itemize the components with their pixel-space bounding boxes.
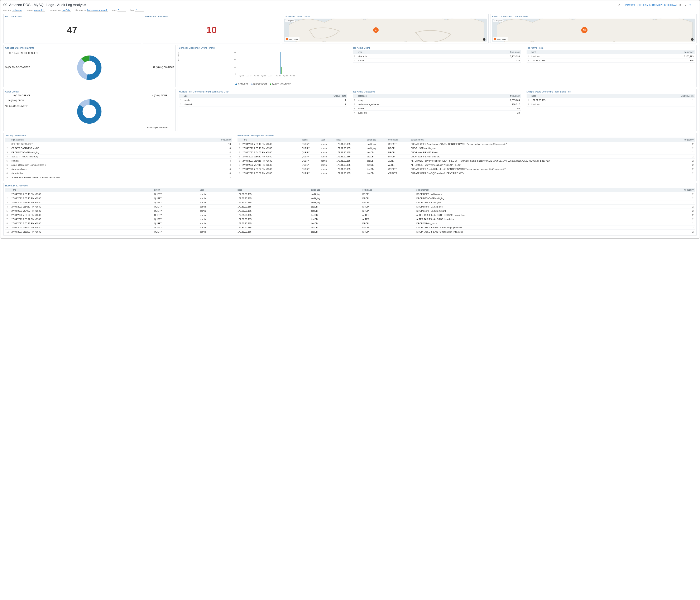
filter-host[interactable]: host*: [130, 9, 144, 12]
table-row[interactable]: 827/04/2023 7:53:37 PM +0530QUERYadmin17…: [238, 171, 695, 175]
table-multi-user: hostUniqueUsers 1172.31.90.18512localhos…: [527, 94, 695, 106]
panel-top-hosts: Top Active Hosts hostfrequency 1localhos…: [525, 45, 697, 87]
table-recent-drop: Timeactionuser hostdatabasecommand sqlSt…: [5, 188, 695, 234]
donut-label-connect: 47 (54.0%) CONNECT: [153, 66, 174, 69]
table-row[interactable]: 927/04/2023 7:53:22 PM +0530QUERYadmin17…: [5, 225, 695, 230]
table-row[interactable]: 227/04/2023 7:55:13 PM +0530QUERYadmin17…: [238, 146, 695, 150]
svg-text:Apr 22: Apr 22: [261, 75, 266, 77]
panel-title: Failed DB Connections: [145, 15, 279, 18]
panel-title: Top SQL Statements: [5, 134, 232, 137]
failed-connections-value: 10: [145, 19, 279, 42]
table-row[interactable]: 827/04/2023 7:53:22 PM +0530QUERYadmin17…: [5, 221, 695, 225]
time-range[interactable]: 16/04/2023 12:00:00 AM to 01/05/2023 12:…: [623, 4, 677, 6]
panel-title: Multiple Host Connecting To DB With Same…: [179, 90, 348, 93]
panel-title: Recent User Management Activities: [238, 134, 695, 137]
dashboard-header: 09. Amazon RDS - MySQL Logs - Audit Log …: [3, 3, 697, 7]
donut-label-disconnect: 30 (34.5%) DISCONNECT: [5, 66, 22, 69]
table-row[interactable]: 1027/04/2023 7:53:22 PM +0530QUERYadmin1…: [5, 230, 695, 234]
table-row[interactable]: 1localhost5,133,293: [527, 54, 695, 58]
table-row[interactable]: 327/04/2023 7:54:37 PM +0530QUERYadmin17…: [238, 150, 695, 154]
table-row[interactable]: 1admin1: [179, 98, 348, 102]
donut-label-write: 181.64k (15.6%) WRITE: [5, 105, 28, 107]
more-icon[interactable]: ⋮: [694, 3, 697, 6]
panel-title: Failed Connections - User Location: [492, 15, 695, 18]
panel-db-connections: DB Connections 47: [3, 14, 141, 43]
panel-title: Top Active Users: [353, 47, 521, 49]
table-row[interactable]: 3DROP DATABASE audit_log4: [5, 150, 232, 154]
panel-title: Top Active Hosts: [527, 47, 695, 49]
table-row[interactable]: 427/04/2023 7:54:37 PM +0530QUERYadmin17…: [5, 205, 695, 209]
table-row[interactable]: 5commit4: [5, 159, 232, 163]
table-row[interactable]: 127/04/2023 7:55:13 PM +0530QUERYadmin17…: [238, 142, 695, 146]
map-connected[interactable]: © mapbox 4 user_count i: [284, 19, 486, 42]
table-row[interactable]: 527/04/2023 7:54:15 PM +0530QUERYadmin17…: [238, 159, 695, 163]
panel-top-sql: Top SQL Statements sqlStatementfrequency…: [3, 133, 234, 181]
table-top-hosts: hostfrequency 1localhost5,133,2932172.31…: [527, 50, 695, 63]
table-row[interactable]: 9ALTER TABLE tasks DROP COLUMN descripti…: [5, 175, 232, 179]
panel-title: Connect, Disconnect Event - Trend: [179, 47, 348, 49]
table-row[interactable]: 727/04/2023 7:53:37 PM +0530QUERYadmin17…: [238, 167, 695, 171]
table-row[interactable]: 1rdsadmin5,133,293: [353, 54, 521, 58]
filter-namespace[interactable]: namespaceaws/rds: [49, 9, 71, 12]
trend-chart: Event Count 30 20 10 0 Apr 16Apr 18Apr 2…: [179, 50, 348, 83]
db-connections-value: 47: [5, 19, 139, 42]
table-top-sql: sqlStatementfrequency 1SELECT DATABASE()…: [5, 138, 232, 179]
donut-connect-events: [77, 55, 102, 80]
panel-title: Recent Drop Activities: [5, 184, 695, 187]
info-icon[interactable]: i: [483, 38, 485, 41]
table-row[interactable]: 2rdsadmin1: [179, 102, 348, 106]
table-top-db: databasefrequency 1mysql1,655,6042perfor…: [353, 94, 521, 115]
table-row[interactable]: 4SELECT * FROM inventory4: [5, 154, 232, 159]
table-row[interactable]: 2localhost1: [527, 102, 695, 106]
filter-account[interactable]: accounthsharma: [3, 9, 22, 12]
table-row[interactable]: 627/04/2023 7:54:15 PM +0530QUERYadmin17…: [238, 163, 695, 167]
panel-multi-host: Multiple Host Connecting To DB With Same…: [177, 89, 349, 131]
chevron-down-icon[interactable]: ⌄: [684, 3, 686, 6]
table-row[interactable]: 7show databases4: [5, 167, 232, 171]
panel-map-connected: Connected - User Location © mapbox 4 use…: [282, 14, 489, 43]
map-bubble[interactable]: 4: [373, 27, 379, 33]
panel-title: Multiple Users Connecting From Same Host: [527, 90, 695, 93]
table-row[interactable]: 2performance_schema978,717: [353, 102, 521, 106]
panel-top-db: Top Active Databases databasefrequency 1…: [351, 89, 523, 131]
filter-dbidentifier[interactable]: dbidentifierhim-aurora-mysql-1: [75, 9, 108, 12]
panel-title: Connect, Disconnect Events: [5, 47, 174, 49]
table-row[interactable]: 2CREATE DATABASE testDB4: [5, 146, 232, 150]
info-icon[interactable]: i: [691, 38, 694, 41]
table-row[interactable]: 1SELECT DATABASE()10: [5, 142, 232, 146]
refresh-icon[interactable]: ⟳: [679, 3, 682, 6]
table-row[interactable]: 227/04/2023 7:55:13 PM +0530QUERYadmin17…: [5, 196, 695, 200]
map-failed[interactable]: © mapbox 10 user_count i: [492, 19, 695, 42]
svg-text:Apr 20: Apr 20: [254, 75, 259, 77]
table-row[interactable]: 6select @@version_comment limit 14: [5, 163, 232, 167]
table-row[interactable]: 4audit_log28: [353, 111, 521, 115]
table-row[interactable]: 2172.31.90.185136: [527, 58, 695, 63]
table-row[interactable]: 8show tables4: [5, 171, 232, 175]
filter-icon[interactable]: ▼: [689, 3, 692, 6]
table-row[interactable]: 2admin136: [353, 58, 521, 63]
trend-legend: CONNECT DISCONNECT FAILED_CONNECT: [179, 83, 348, 86]
table-row[interactable]: 1mysql1,655,604: [353, 98, 521, 102]
mapbox-attribution: © mapbox: [285, 19, 295, 22]
panel-recent-um: Recent User Management Activities Timeac…: [235, 133, 697, 181]
map-bubble[interactable]: 10: [581, 27, 588, 33]
svg-text:Apr 18: Apr 18: [247, 75, 251, 77]
table-row[interactable]: 627/04/2023 7:53:22 PM +0530QUERYadmin17…: [5, 213, 695, 217]
page-title: 09. Amazon RDS - MySQL Logs - Audit Log …: [3, 3, 86, 7]
filter-region[interactable]: regionus-east-1: [26, 9, 45, 12]
filter-user[interactable]: user*: [112, 9, 126, 12]
table-row[interactable]: 1172.31.90.1851: [527, 98, 695, 102]
svg-text:30: 30: [234, 52, 235, 53]
table-row[interactable]: 127/04/2023 7:55:13 PM +0530QUERYadmin17…: [5, 192, 695, 196]
donut-label-drop: 16 (0.0%) DROP: [8, 99, 24, 102]
map-legend: user_count: [493, 38, 508, 41]
table-row[interactable]: 427/04/2023 7:54:37 PM +0530QUERYadmin17…: [238, 154, 695, 159]
table-row[interactable]: 3testDB90: [353, 106, 521, 111]
table-row[interactable]: 727/04/2023 7:53:22 PM +0530QUERYadmin17…: [5, 217, 695, 221]
table-row[interactable]: 327/04/2023 7:55:13 PM +0530QUERYadmin17…: [5, 200, 695, 205]
svg-text:Apr 30: Apr 30: [290, 75, 295, 77]
table-row[interactable]: 527/04/2023 7:54:37 PM +0530QUERYadmin17…: [5, 209, 695, 213]
clock-icon: [618, 4, 621, 6]
panel-map-failed: Failed Connections - User Location © map…: [490, 14, 697, 43]
mapbox-attribution: © mapbox: [493, 19, 504, 22]
